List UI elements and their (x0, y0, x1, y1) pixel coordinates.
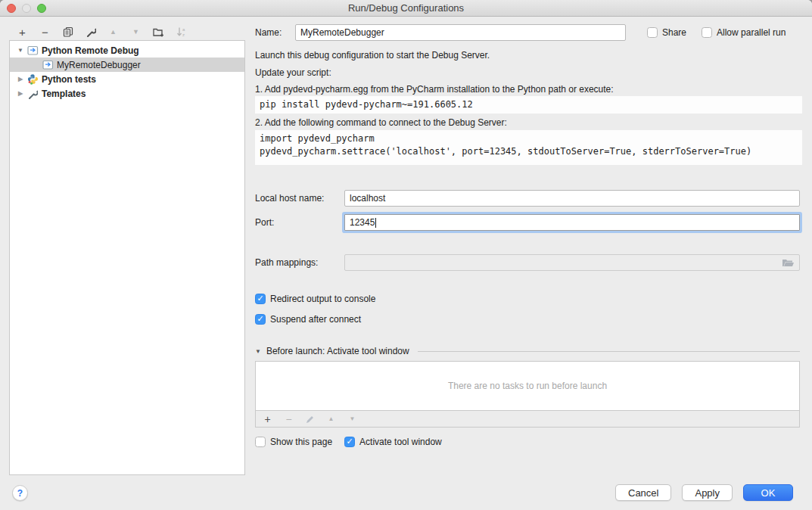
suspend-after-connect-label: Suspend after connect (270, 314, 361, 325)
edit-defaults-wrench-icon[interactable] (85, 26, 96, 38)
show-this-page-checkbox[interactable]: ✓ Show this page (255, 437, 332, 447)
window-title: Run/Debug Configurations (348, 2, 464, 14)
tree-item-myremotedebugger[interactable]: MyRemoteDebugger (10, 58, 244, 72)
settrace-code-line-2: pydevd_pycharm.settrace('localhost', por… (260, 145, 798, 158)
apply-button[interactable]: Apply (682, 484, 733, 501)
browse-folder-icon[interactable] (782, 258, 795, 268)
configurations-tree: ▼ Python Remote Debug MyRemoteDebugger ▶… (9, 40, 245, 475)
move-down-icon[interactable]: ▼ (130, 26, 142, 38)
before-launch-title: Before launch: Activate tool window (266, 346, 409, 356)
checkbox-box[interactable]: ✓ (647, 27, 658, 38)
move-task-up-icon[interactable]: ▲ (325, 413, 337, 425)
port-label: Port: (255, 217, 344, 228)
suspend-after-connect-checkbox[interactable]: ✓ Suspend after connect (255, 314, 361, 325)
checkbox-box[interactable]: ✓ (702, 27, 712, 38)
remote-debug-icon (42, 59, 54, 71)
add-icon[interactable]: + (17, 26, 28, 38)
instruction-step-2: 2. Add the following command to connect … (255, 117, 507, 128)
instruction-step-1: 1. Add pydevd-pycharm.egg from the PyCha… (255, 84, 614, 95)
close-button[interactable] (7, 4, 16, 13)
remove-task-icon[interactable]: − (283, 413, 294, 425)
configurations-toolbar: + − ▲ ▼ az (17, 25, 187, 39)
dialog-buttons: Cancel Apply OK (615, 484, 793, 501)
collapsed-arrow-icon[interactable]: ▶ (16, 76, 25, 82)
path-mappings-input[interactable] (344, 254, 800, 271)
redirect-output-checkbox[interactable]: ✓ Redirect output to console (255, 294, 375, 304)
checkbox-box[interactable]: ✓ (255, 437, 266, 447)
empty-tasks-text: There are no tasks to run before launch (448, 381, 607, 391)
activate-tool-window-checkbox[interactable]: ✓ Activate tool window (344, 437, 442, 447)
zoom-button[interactable] (37, 4, 46, 13)
allow-parallel-run-label: Allow parallel run (717, 27, 786, 38)
minimize-button[interactable] (22, 4, 31, 13)
help-button[interactable]: ? (12, 485, 28, 501)
local-host-row: Local host name: localhost (255, 190, 800, 207)
before-launch-task-list[interactable]: There are no tasks to run before launch (255, 361, 800, 411)
instruction-line-2: Update your script: (255, 67, 331, 78)
port-input[interactable]: 12345 (344, 214, 800, 231)
titlebar: Run/Debug Configurations (0, 0, 812, 17)
path-mappings-row: Path mappings: (255, 254, 800, 271)
collapsed-arrow-icon[interactable]: ▶ (16, 90, 25, 97)
edit-task-pencil-icon[interactable] (304, 413, 316, 425)
checkbox-box[interactable]: ✓ (344, 437, 355, 447)
sort-alphabetically-icon[interactable]: az (176, 26, 187, 38)
tree-item-label: MyRemoteDebugger (57, 60, 141, 70)
name-input[interactable]: MyRemoteDebugger (295, 24, 626, 41)
python-tests-icon (26, 73, 39, 86)
checkbox-box[interactable]: ✓ (255, 314, 266, 325)
svg-text:a: a (182, 27, 185, 32)
ok-button[interactable]: OK (743, 484, 793, 501)
tree-item-python-tests[interactable]: ▶ Python tests (10, 72, 244, 86)
path-mappings-label: Path mappings: (255, 257, 344, 268)
before-launch-toolbar: + − ▲ ▼ (255, 411, 800, 428)
move-task-down-icon[interactable]: ▼ (347, 413, 358, 425)
before-launch-header[interactable]: ▼ Before launch: Activate tool window (255, 346, 800, 356)
move-up-icon[interactable]: ▲ (107, 26, 119, 38)
run-debug-configurations-dialog: Run/Debug Configurations + − ▲ ▼ az ▼ Py… (0, 0, 812, 510)
settrace-code: import pydevd_pycharm pydevd_pycharm.set… (255, 130, 802, 165)
remote-debug-icon (26, 45, 39, 57)
allow-parallel-run-checkbox[interactable]: ✓ Allow parallel run (702, 27, 786, 38)
page-options-row: ✓ Show this page ✓ Activate tool window (255, 437, 442, 447)
local-host-input[interactable]: localhost (344, 190, 800, 207)
help-question-icon: ? (17, 488, 23, 499)
redirect-output-label: Redirect output to console (270, 294, 375, 304)
cancel-button[interactable]: Cancel (615, 484, 671, 501)
window-controls (7, 4, 46, 13)
tree-item-label: Templates (42, 89, 86, 99)
share-label: Share (662, 27, 686, 38)
divider (418, 351, 800, 352)
tree-item-python-remote-debug[interactable]: ▼ Python Remote Debug (10, 43, 244, 58)
templates-wrench-icon (26, 88, 39, 100)
port-row: Port: 12345 (255, 214, 800, 231)
tree-item-templates[interactable]: ▶ Templates (10, 86, 244, 101)
instruction-line-1: Launch this debug configuration to start… (255, 50, 490, 61)
checkbox-box[interactable]: ✓ (255, 294, 266, 304)
new-folder-icon[interactable] (153, 26, 164, 38)
tree-item-label: Python tests (42, 74, 96, 85)
text-caret (375, 218, 376, 228)
share-checkbox[interactable]: ✓ Share (647, 27, 686, 38)
settrace-code-line-1: import pydevd_pycharm (260, 132, 798, 145)
svg-text:z: z (182, 33, 185, 37)
pip-install-code: pip install pydevd-pycharm~=191.6605.12 (255, 96, 802, 114)
name-row: Name: MyRemoteDebugger ✓ Share ✓ Allow p… (255, 24, 800, 41)
name-label: Name: (255, 27, 287, 38)
local-host-label: Local host name: (255, 193, 344, 204)
expanded-arrow-icon[interactable]: ▼ (16, 47, 25, 54)
tree-item-label: Python Remote Debug (42, 45, 139, 56)
add-task-icon[interactable]: + (262, 413, 273, 425)
activate-tool-window-label: Activate tool window (359, 437, 442, 447)
copy-icon[interactable] (62, 26, 73, 38)
show-this-page-label: Show this page (270, 437, 332, 447)
remove-icon[interactable]: − (39, 26, 51, 38)
collapse-arrow-icon[interactable]: ▼ (255, 348, 261, 355)
